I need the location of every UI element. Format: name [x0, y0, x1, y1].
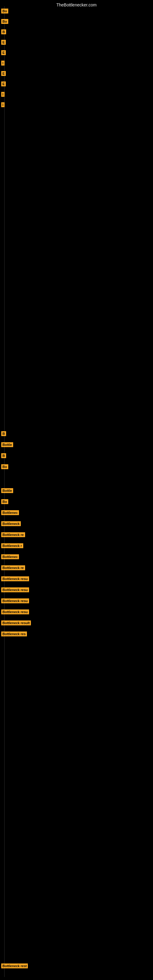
orange-label-21: Bottlenec [1, 554, 19, 559]
orange-label-5: E [1, 50, 6, 55]
orange-label-12: Bottle [1, 442, 13, 447]
orange-label-24: Bottleneck resu [1, 587, 29, 592]
orange-label-2: Bo [1, 19, 8, 24]
orange-label-19: Bottleneck re [1, 532, 25, 537]
chart-area: TheBottlenecker.com BoBoBEElEEllBBottleB… [0, 0, 153, 980]
orange-label-13: B [1, 453, 6, 458]
orange-label-25: Bottleneck resu [1, 598, 29, 603]
orange-label-18: Bottleneck [1, 521, 21, 526]
orange-label-29: Bottleneck rest [1, 964, 28, 968]
orange-label-6: l [1, 60, 5, 65]
orange-label-8: E [1, 81, 6, 86]
site-title: TheBottlenecker.com [0, 0, 153, 9]
orange-label-28: Bottleneck res [1, 632, 27, 636]
orange-label-9: l [1, 92, 5, 97]
orange-label-22: Bottleneck re [1, 565, 25, 570]
orange-label-26: Bottleneck resu [1, 609, 29, 614]
orange-label-10: l [1, 102, 5, 107]
orange-label-27: Bottleneck result [1, 620, 31, 625]
orange-label-20: Bottleneck r [1, 543, 23, 548]
orange-label-11: B [1, 431, 6, 436]
orange-label-23: Bottleneck resu [1, 576, 29, 581]
orange-label-14: Bo [1, 464, 8, 469]
orange-label-4: E [1, 40, 6, 45]
orange-label-7: E [1, 71, 6, 76]
orange-label-1: Bo [1, 9, 8, 13]
orange-label-17: Bottlenec [1, 510, 19, 515]
orange-label-16: Bo [1, 499, 8, 504]
orange-label-15: Bottle [1, 488, 13, 493]
orange-label-3: B [1, 29, 6, 34]
